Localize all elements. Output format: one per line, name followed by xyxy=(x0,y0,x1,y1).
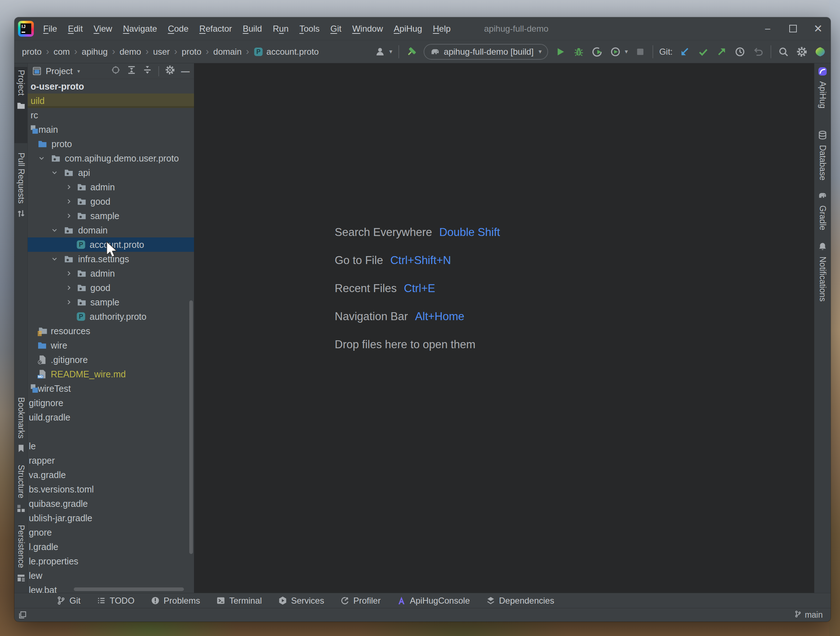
right-tab-database[interactable]: Database xyxy=(815,129,831,186)
chevron-right-icon[interactable] xyxy=(66,198,72,205)
expand-all-icon[interactable] xyxy=(127,65,136,77)
menu-run[interactable]: Run xyxy=(268,21,293,37)
tree-row-rapper[interactable]: rapper xyxy=(28,453,194,468)
tree-row-lew[interactable]: lew xyxy=(28,568,194,583)
tool-tab-git[interactable]: Git xyxy=(56,596,81,606)
sidebar-tab-structure[interactable]: Structure xyxy=(14,462,27,515)
menu-window[interactable]: Window xyxy=(348,21,387,37)
tree-row-l.gradle[interactable]: l.gradle xyxy=(28,540,194,554)
breadcrumb-item[interactable]: domain xyxy=(211,46,245,58)
tree-row-lew.bat[interactable]: lew.bat xyxy=(28,583,194,593)
run-configuration-select[interactable]: apihug-full-demo [build]▾ xyxy=(423,44,548,60)
tool-tab-profiler[interactable]: Profiler xyxy=(340,596,381,606)
right-tab-notifications[interactable]: Notifications xyxy=(815,240,831,304)
tree-row-gnore[interactable]: gnore xyxy=(28,525,194,540)
chevron-right-icon[interactable] xyxy=(66,184,72,190)
tree-row-le[interactable]: le xyxy=(28,439,194,453)
chevron-right-icon[interactable] xyxy=(66,299,72,305)
tree-row-account.proto[interactable]: Paccount.proto xyxy=(28,238,194,252)
minimize-button[interactable]: – xyxy=(755,17,780,40)
breadcrumb-item[interactable]: proto xyxy=(19,46,44,58)
menu-help[interactable]: Help xyxy=(429,21,455,37)
tree-row-gitignore[interactable]: gitignore xyxy=(28,396,194,410)
menu-apihug[interactable]: ApiHug xyxy=(389,21,426,37)
tree-row-main[interactable]: main xyxy=(28,122,194,137)
git-commit-icon[interactable] xyxy=(697,46,709,58)
build-project-icon[interactable] xyxy=(405,46,417,58)
project-panel-title[interactable]: Project xyxy=(46,66,73,76)
chevron-down-icon[interactable]: ▾ xyxy=(389,48,393,55)
right-tab-gradle[interactable]: Gradle xyxy=(815,189,831,233)
debug-button[interactable] xyxy=(573,46,585,58)
chevron-down-icon[interactable] xyxy=(52,256,58,262)
chevron-down-icon[interactable] xyxy=(38,156,45,162)
tool-tab-problems[interactable]: Problems xyxy=(150,596,200,606)
tree-row-good[interactable]: good xyxy=(28,280,194,295)
tree-row-good[interactable]: good xyxy=(28,194,194,209)
menu-git[interactable]: Git xyxy=(326,21,346,37)
breadcrumb-item[interactable]: demo xyxy=(117,46,144,58)
user-profile-icon[interactable] xyxy=(374,46,386,58)
tool-tab-apihugconsole[interactable]: ApiHugConsole xyxy=(396,596,470,606)
gear-icon[interactable] xyxy=(165,65,175,77)
maximize-button[interactable] xyxy=(780,17,805,40)
sidebar-tab-project[interactable]: Project xyxy=(14,67,27,143)
breadcrumb-item[interactable]: com xyxy=(51,46,72,58)
history-icon[interactable] xyxy=(734,46,746,58)
tree-row-admin[interactable]: admin xyxy=(28,180,194,194)
chevron-right-icon[interactable] xyxy=(66,271,72,277)
tree-row-authority.proto[interactable]: Pauthority.proto xyxy=(28,309,194,324)
tree-row-uild.gradle[interactable]: uild.gradle xyxy=(28,410,194,425)
tree-row-.gitignore[interactable]: .gitignore xyxy=(28,353,194,367)
close-button[interactable]: ✕ xyxy=(805,17,831,40)
tool-window-layout-icon[interactable] xyxy=(18,611,27,619)
right-tab-apihug[interactable]: ApiHug xyxy=(815,65,831,123)
tree-row-proto[interactable]: proto xyxy=(28,137,194,151)
menu-file[interactable]: File xyxy=(39,21,62,37)
chevron-down-icon[interactable] xyxy=(52,227,58,233)
hide-panel-icon[interactable]: — xyxy=(181,66,189,76)
run-button[interactable] xyxy=(554,46,567,58)
tool-tab-dependencies[interactable]: Dependencies xyxy=(486,596,554,606)
tree-row-rc[interactable]: rc xyxy=(28,108,194,122)
tree-row-quibase.gradle[interactable]: quibase.gradle xyxy=(28,496,194,511)
tool-tab-services[interactable]: Services xyxy=(278,596,324,606)
sidebar-tab-bookmarks[interactable]: Bookmarks xyxy=(14,394,27,456)
locate-file-icon[interactable] xyxy=(111,65,120,77)
breadcrumb-item[interactable]: apihug xyxy=(79,46,110,58)
tree-row-o-user-proto[interactable]: o-user-proto xyxy=(28,79,194,93)
run-with-coverage-button[interactable] xyxy=(609,46,622,58)
menu-edit[interactable]: Edit xyxy=(64,21,87,37)
chevron-down-icon[interactable]: ▾ xyxy=(77,68,80,74)
tree-row-admin[interactable]: admin xyxy=(28,266,194,280)
git-update-icon[interactable] xyxy=(679,46,691,58)
tree-row-wiretest[interactable]: wireTest xyxy=(28,381,194,396)
menu-navigate[interactable]: Navigate xyxy=(119,21,162,37)
tree-row-le.properties[interactable]: le.properties xyxy=(28,554,194,568)
menu-view[interactable]: View xyxy=(89,21,117,37)
tree-row-ublish-jar.gradle[interactable]: ublish-jar.gradle xyxy=(28,511,194,525)
chevron-right-icon[interactable] xyxy=(66,213,72,219)
tree-row-bs.versions.toml[interactable]: bs.versions.toml xyxy=(28,482,194,496)
sidebar-tab-pull-requests[interactable]: Pull Requests xyxy=(14,150,27,276)
settings-icon[interactable] xyxy=(796,46,808,58)
tree-row-readme-wire.md[interactable]: MDREADME_wire.md xyxy=(28,367,194,381)
tree-row-com.apihug.demo.user.proto[interactable]: com.apihug.demo.user.proto xyxy=(28,151,194,165)
search-everywhere-icon[interactable] xyxy=(777,46,789,58)
menu-tools[interactable]: Tools xyxy=(295,21,324,37)
chevron-down-icon[interactable]: ▾ xyxy=(625,48,628,55)
breadcrumb-item[interactable]: proto xyxy=(179,46,204,58)
tree-row-resources[interactable]: resources xyxy=(28,324,194,338)
breadcrumb-current-file[interactable]: Paccount.proto xyxy=(251,46,321,58)
plugin-sphere-icon[interactable] xyxy=(814,46,826,58)
git-branch-widget[interactable]: main xyxy=(794,610,823,620)
chevron-down-icon[interactable] xyxy=(52,170,58,176)
tree-row-infra.settings[interactable]: infra.settings xyxy=(28,252,194,266)
tree-row-va.gradle[interactable]: va.gradle xyxy=(28,468,194,482)
collapse-all-icon[interactable] xyxy=(142,65,152,77)
tree-row-domain[interactable]: domain xyxy=(28,223,194,238)
tree-row-api[interactable]: api xyxy=(28,165,194,180)
chevron-right-icon[interactable] xyxy=(66,285,72,291)
git-push-icon[interactable] xyxy=(715,46,728,58)
menu-code[interactable]: Code xyxy=(163,21,193,37)
